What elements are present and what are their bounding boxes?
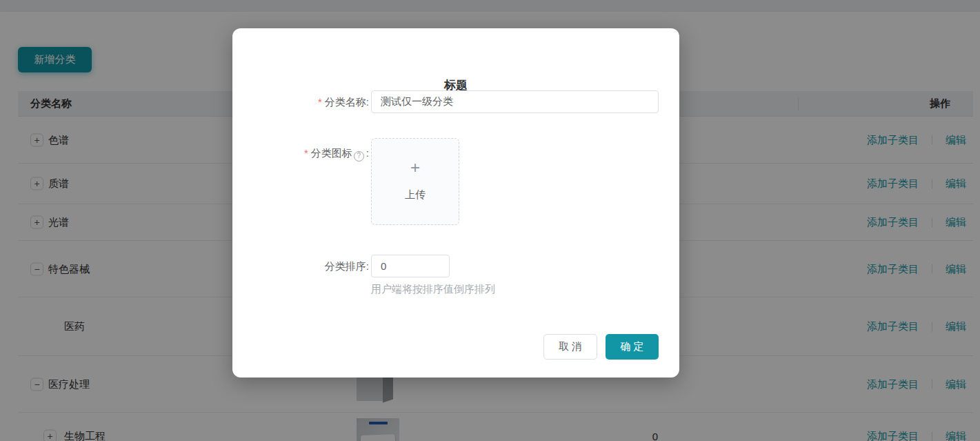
category-name-label: *分类名称:	[232, 90, 369, 113]
edit-category-dialog: 标题 *分类名称: *分类图标?: + 上传 分类排序: 用户端将按排序值倒序排…	[232, 28, 679, 378]
category-sort-input[interactable]	[371, 255, 450, 277]
confirm-button[interactable]: 确 定	[606, 334, 659, 360]
required-asterisk: *	[304, 147, 308, 159]
question-circle-icon[interactable]: ?	[354, 151, 364, 161]
category-sort-label: 分类排序:	[232, 255, 369, 277]
plus-icon: +	[372, 159, 459, 176]
upload-label: 上传	[372, 188, 459, 202]
icon-upload-area[interactable]: + 上传	[371, 138, 459, 225]
cancel-button[interactable]: 取 消	[543, 334, 597, 360]
sort-hint-text: 用户端将按排序值倒序排列	[371, 283, 495, 296]
required-asterisk: *	[318, 96, 322, 108]
category-name-input[interactable]	[371, 90, 659, 113]
category-icon-label: *分类图标?:	[232, 143, 369, 164]
screen: 新增分类 分类名称 操作 + 色谱 添加子类目 编辑 + 质谱	[0, 0, 980, 441]
